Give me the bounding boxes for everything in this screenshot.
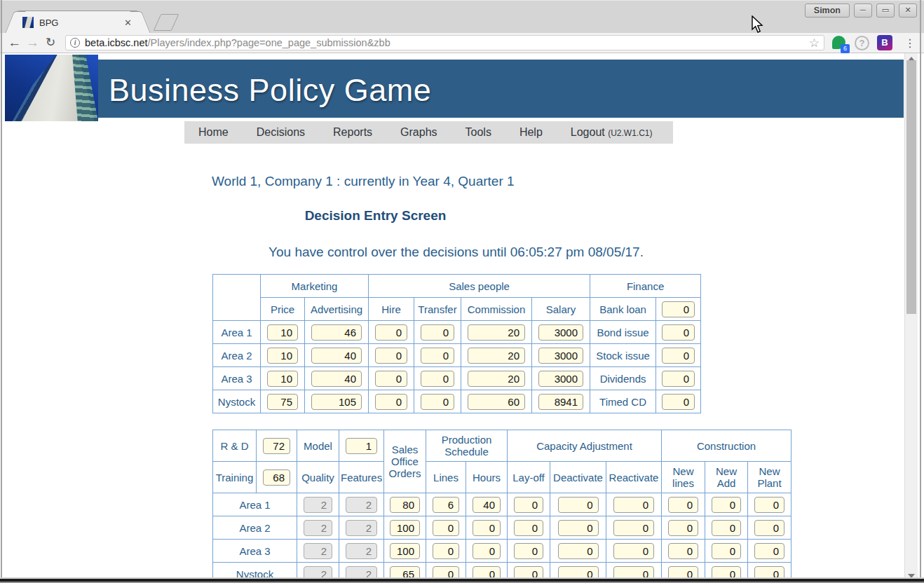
page-scrollbar[interactable] [904,53,918,583]
nav-item-decisions[interactable]: Decisions [257,126,305,139]
sales-office-orders-input-area-2[interactable] [390,520,420,536]
new-lines-input-area-2[interactable] [668,520,698,536]
dividends-input[interactable] [662,371,695,387]
lines-input-area-3[interactable] [433,543,459,559]
new-plant-input-area-1[interactable] [754,497,784,513]
scrollbar-thumb[interactable] [906,60,916,314]
transfer-input-area-1[interactable] [421,324,454,341]
deactivate-input-area-3[interactable] [558,543,599,559]
group-production-schedule: Production Schedule [426,430,508,462]
salary-input-nystock[interactable] [538,394,583,410]
back-icon[interactable]: ← [6,35,24,50]
col-header-transfer: Transfer [414,298,461,321]
page-info-icon[interactable]: i [70,38,80,48]
chat-extension-icon[interactable]: 6 [832,36,847,50]
lay-off-input-area-1[interactable] [514,497,543,513]
new-add-input-area-2[interactable] [712,520,741,536]
features-input-area-2 [346,520,377,536]
hire-input-area-2[interactable] [375,348,407,364]
col-header-salary: Salary [532,298,590,321]
row-label-area-2: Area 2 [213,344,261,367]
advertising-input-area-1[interactable] [311,324,362,341]
quality-input-area-1 [304,497,332,513]
lay-off-input-area-2[interactable] [514,520,543,536]
hours-input-area-2[interactable] [473,520,501,536]
deactivate-input-area-2[interactable] [558,520,599,536]
nav-item-logout[interactable]: Logout (U2.W1.C1) [571,126,653,139]
stock-issue-input[interactable] [662,348,695,364]
model-input[interactable] [346,438,377,454]
rd-input[interactable] [263,438,290,454]
col-header-sales-office-orders: Sales Office Orders [384,430,426,493]
price-input-area-1[interactable] [267,324,298,341]
timed-cd-input[interactable] [662,394,695,410]
transfer-input-area-3[interactable] [421,371,454,387]
bookmark-star-icon[interactable]: ☆ [809,36,820,50]
site-header-banner: Business Policy Game [5,60,904,118]
b-extension-icon[interactable]: B [877,35,892,50]
new-tab-button[interactable] [154,14,179,31]
new-lines-input-area-1[interactable] [668,497,698,513]
reload-icon[interactable]: ↻ [41,35,60,50]
commission-input-area-1[interactable] [468,324,525,341]
sales-office-orders-input-area-1[interactable] [390,497,420,513]
salary-input-area-3[interactable] [538,371,583,387]
url-bar[interactable]: i beta.icbsc.net/Players/index.php?page=… [65,35,824,50]
maximize-button[interactable]: ▭ [876,4,895,18]
new-lines-input-area-3[interactable] [668,543,698,559]
reactivate-input-area-1[interactable] [613,497,654,513]
lay-off-input-area-3[interactable] [514,543,543,559]
hire-input-area-1[interactable] [375,324,407,341]
commission-input-area-2[interactable] [468,348,525,364]
site-title: Business Policy Game [109,72,431,109]
commission-input-nystock[interactable] [468,394,525,410]
bank-loan-input[interactable] [662,301,695,317]
finance-row-label: Dividends [590,367,656,390]
lines-input-area-1[interactable] [433,497,459,513]
sales-office-orders-input-area-3[interactable] [390,543,420,559]
nav-item-help[interactable]: Help [519,126,543,139]
close-tab-icon[interactable]: ✕ [121,16,135,29]
new-add-input-area-3[interactable] [712,543,741,559]
hire-input-nystock[interactable] [375,394,407,410]
nav-item-reports[interactable]: Reports [333,126,372,139]
hire-input-area-3[interactable] [375,371,407,387]
nav-item-graphs[interactable]: Graphs [400,126,437,139]
minimize-button[interactable]: ─ [854,4,872,18]
training-input[interactable] [263,469,290,486]
quality-input-area-3 [304,543,332,559]
new-add-input-area-1[interactable] [712,497,741,513]
price-input-area-3[interactable] [267,371,298,387]
close-button[interactable]: ✕ [899,4,917,18]
finance-row-label: Stock issue [590,344,656,367]
transfer-input-nystock[interactable] [421,394,454,410]
help-extension-icon[interactable]: ? [855,36,869,50]
reactivate-input-area-3[interactable] [613,543,654,559]
transfer-input-area-2[interactable] [421,348,454,364]
lines-input-area-2[interactable] [433,520,459,536]
browser-tab[interactable]: BPG ✕ [15,11,140,34]
nav-item-home[interactable]: Home [198,126,229,139]
browser-toolbar: ← → ↻ i beta.icbsc.net/Players/index.php… [0,33,924,53]
salary-input-area-2[interactable] [538,348,583,364]
browser-menu-icon[interactable]: ⋮ [904,36,916,50]
bond-issue-input[interactable] [662,324,695,341]
advertising-input-area-2[interactable] [311,348,362,364]
deactivate-input-area-1[interactable] [558,497,599,513]
table-row: Area 1 [213,493,791,516]
commission-input-area-3[interactable] [468,371,525,387]
table-row: NystockTimed CD [213,390,701,413]
hours-input-area-1[interactable] [473,497,501,513]
url-text[interactable]: beta.icbsc.net/Players/index.php?page=on… [85,37,805,48]
reactivate-input-area-2[interactable] [613,520,654,536]
hours-input-area-3[interactable] [473,543,501,559]
price-input-nystock[interactable] [267,394,298,410]
window-bottom-edge [0,577,924,583]
advertising-input-area-3[interactable] [311,371,362,387]
new-plant-input-area-3[interactable] [754,543,784,559]
new-plant-input-area-2[interactable] [754,520,784,536]
salary-input-area-1[interactable] [538,324,583,341]
price-input-area-2[interactable] [267,348,298,364]
advertising-input-nystock[interactable] [311,394,362,410]
nav-item-tools[interactable]: Tools [466,126,491,139]
